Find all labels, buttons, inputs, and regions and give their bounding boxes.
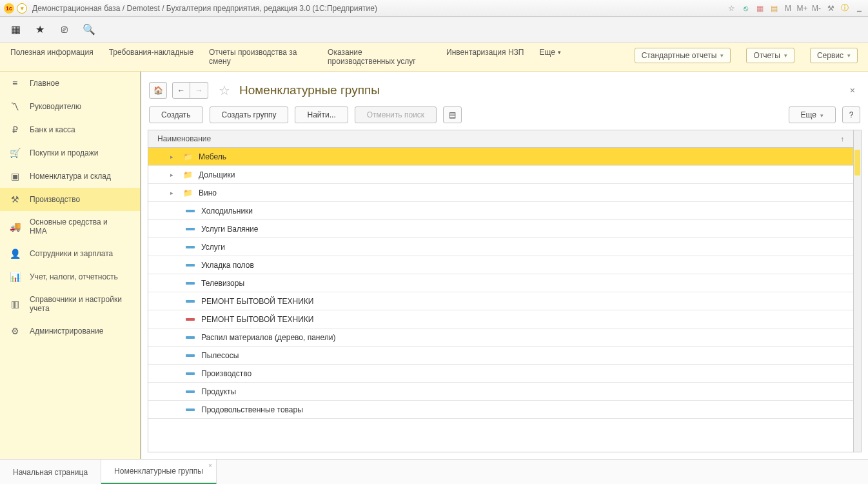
table-row-item[interactable]: Услуги Валяние [148,220,853,238]
table-row-item[interactable]: Укладка полов [148,256,853,274]
table-header[interactable]: Наименование ↑ [148,130,853,148]
content-area: 🏠 ← → ☆ Номенклатурные группы × Создать … [141,72,868,459]
calculator-icon[interactable]: ▦ [755,3,765,14]
sidebar-item-production[interactable]: ⚒Производство [0,188,140,211]
calendar-icon[interactable]: ▤ [769,3,779,14]
tab-start-page[interactable]: Начальная страница [0,459,101,484]
create-button[interactable]: Создать [149,106,203,123]
cmd-requirements[interactable]: Требования-накладные [109,48,193,57]
tab-nomenclature-groups[interactable]: Номенклатурные группы× [101,459,217,484]
page-title: Номенклатурные группы [239,83,380,97]
book-icon: ▥ [9,299,21,309]
row-label: Вино [199,188,217,197]
tools-icon[interactable]: ⚒ [825,3,836,14]
minimize-icon[interactable]: ▁ [854,3,864,14]
boxes-icon: ▣ [9,171,21,181]
window-title: Демонстрационная база / Demotest / Бухга… [32,4,377,13]
table-row-item[interactable]: Пылесосы [148,347,853,365]
back-button[interactable]: ← [172,82,190,99]
table-row-item[interactable]: Продукты [148,383,853,401]
find-button[interactable]: Найти... [295,106,348,123]
table-row-item[interactable]: Услуги [148,238,853,256]
table-row-folder[interactable]: ▸Мебель [148,148,853,166]
table-row-folder[interactable]: ▸Вино [148,184,853,202]
folder-icon [183,152,192,161]
btn-reports[interactable]: Отчеты▾ [746,48,794,63]
btn-service[interactable]: Сервис▾ [810,48,858,63]
table-row-item[interactable]: Холодильники [148,202,853,220]
chart-icon: 〽 [9,101,21,112]
favorite-toggle-icon[interactable]: ☆ [219,83,230,98]
row-label: Производство [201,369,252,378]
cmd-services[interactable]: Оказание производственных услуг [328,48,431,66]
link-icon[interactable]: ⎋ [740,3,751,14]
expand-icon[interactable]: ▸ [170,172,177,178]
star-icon[interactable]: ★ [34,23,46,36]
info-icon[interactable]: ⓘ [840,3,850,14]
sidebar-item-manager[interactable]: 〽Руководителю [0,95,140,118]
item-icon [186,354,195,357]
item-icon [186,264,195,267]
table-row-item[interactable]: Распил материалов (дерево, панели) [148,328,853,347]
close-button[interactable]: × [845,85,860,96]
scrollbar-thumb[interactable] [854,150,860,176]
row-label: Телевизоры [201,279,244,288]
create-group-button[interactable]: Создать группу [210,106,289,123]
dropdown-icon[interactable]: ▾ [17,3,27,14]
sidebar-item-bank[interactable]: ₽Банк и касса [0,118,140,141]
favorite-star-icon[interactable]: ☆ [726,3,736,14]
sidebar-item-directories[interactable]: ▥Справочники и настройки учета [0,288,140,319]
search-icon[interactable]: 🔍 [83,23,95,36]
cmd-useful-info[interactable]: Полезная информация [10,48,94,57]
table-row-item[interactable]: Производство [148,365,853,383]
sidebar-item-assets[interactable]: 🚚Основные средства и НМА [0,211,140,242]
column-name: Наименование [157,134,211,143]
cmd-more[interactable]: Еще ▾ [539,48,560,57]
cmd-production-reports[interactable]: Отчеты производства за смену [209,48,312,66]
cmd-inventory[interactable]: Инвентаризация НЗП [446,48,524,57]
sidebar-item-nomenclature[interactable]: ▣Номенклатура и склад [0,165,140,188]
person-icon: 👤 [9,248,21,259]
btn-standard-reports[interactable]: Стандартные отчеты▾ [635,48,731,63]
item-deleted-icon [186,318,195,321]
cancel-search-button[interactable]: Отменить поиск [355,106,437,123]
expand-icon[interactable]: ▸ [170,154,177,160]
app-toolbar: ▦ ★ ⎚ 🔍 [0,17,868,43]
expand-icon[interactable]: ▸ [170,190,177,196]
truck-icon: 🚚 [9,221,21,232]
title-bar: 1c ▾ Демонстрационная база / Demotest / … [0,0,868,17]
forward-button[interactable]: → [190,82,208,99]
table-row-folder[interactable]: ▸Дольщики [148,166,853,184]
more-actions-button[interactable]: Еще [789,106,836,123]
item-icon [186,372,195,375]
sidebar-item-main[interactable]: ≡Главное [0,72,140,95]
row-label: Укладка полов [201,261,254,270]
apps-grid-icon[interactable]: ▦ [9,23,22,36]
bars-icon: 📊 [9,272,21,282]
folder-icon [183,170,192,179]
vertical-scrollbar[interactable] [853,130,861,452]
table-row-item[interactable]: РЕМОНТ БЫТОВОЙ ТЕХНИКИ [148,292,853,310]
home-button[interactable]: 🏠 [149,82,167,99]
item-icon [186,390,195,393]
memory-m[interactable]: M [783,3,793,14]
sidebar-item-accounting[interactable]: 📊Учет, налоги, отчетность [0,265,140,288]
row-label: Дольщики [199,170,235,179]
memory-m-minus[interactable]: M- [811,3,822,14]
memory-m-plus[interactable]: M+ [797,3,807,14]
page-header: 🏠 ← → ☆ Номенклатурные группы × [148,78,862,106]
ruble-icon: ₽ [9,125,21,135]
sidebar-item-sales[interactable]: 🛒Покупки и продажи [0,141,140,165]
table-row-item-deleted[interactable]: РЕМОНТ БЫТОВОЙ ТЕХНИКИ [148,310,853,328]
cart-icon: 🛒 [9,148,21,158]
item-icon [186,246,195,248]
table-row-item[interactable]: Телевизоры [148,274,853,292]
sidebar-item-employees[interactable]: 👤Сотрудники и зарплата [0,242,140,265]
help-button[interactable]: ? [842,106,860,123]
clipboard-icon[interactable]: ⎚ [58,23,71,36]
tab-close-icon[interactable]: × [208,462,212,469]
table-row-item[interactable]: Продовольственные товары [148,401,853,419]
sidebar-item-admin[interactable]: ⚙Администрирование [0,319,140,343]
navigation-sidebar: ≡Главное 〽Руководителю ₽Банк и касса 🛒По… [0,72,141,459]
list-mode-button[interactable]: ▤ [443,106,462,123]
